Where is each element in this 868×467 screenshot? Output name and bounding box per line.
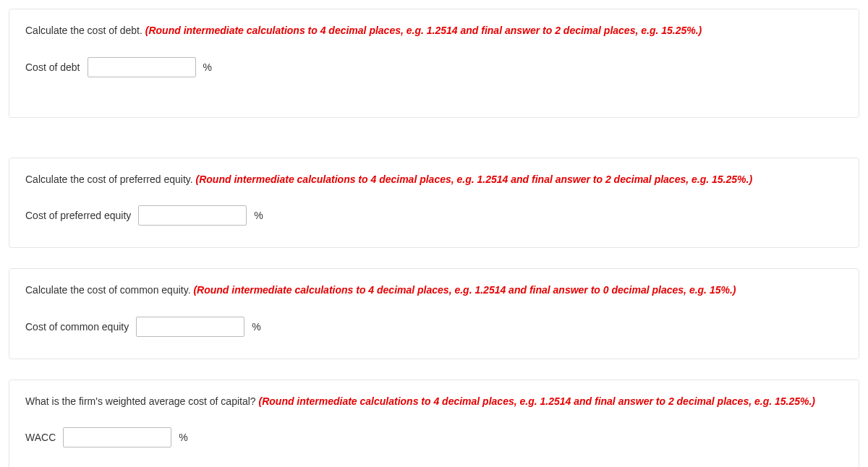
- prompt-hint: (Round intermediate calculations to 4 de…: [259, 395, 816, 407]
- answer-row: Cost of debt %: [25, 57, 843, 77]
- answer-row: Cost of common equity %: [25, 317, 843, 337]
- answer-row: Cost of preferred equity %: [25, 205, 843, 226]
- wacc-input[interactable]: [63, 427, 171, 447]
- question-prompt: Calculate the cost of debt. (Round inter…: [25, 24, 843, 38]
- cost-of-preferred-equity-input[interactable]: [138, 205, 247, 226]
- prompt-hint: (Round intermediate calculations to 4 de…: [196, 173, 753, 185]
- prompt-hint: (Round intermediate calculations to 4 de…: [145, 25, 702, 36]
- question-card-wacc: What is the firm's weighted average cost…: [9, 380, 859, 467]
- unit-label: %: [203, 61, 212, 73]
- cost-of-debt-input[interactable]: [88, 57, 196, 77]
- prompt-text: Calculate the cost of preferred equity.: [25, 173, 196, 185]
- unit-label: %: [254, 210, 263, 221]
- prompt-hint: (Round intermediate calculations to 4 de…: [193, 284, 736, 296]
- prompt-text: Calculate the cost of common equity.: [25, 284, 193, 296]
- question-prompt: Calculate the cost of preferred equity. …: [25, 173, 843, 187]
- question-prompt: Calculate the cost of common equity. (Ro…: [25, 283, 843, 298]
- question-prompt: What is the firm's weighted average cost…: [25, 395, 843, 409]
- unit-label: %: [252, 321, 260, 333]
- unit-label: %: [179, 432, 187, 443]
- prompt-text: Calculate the cost of debt.: [25, 25, 145, 36]
- answer-label: WACC: [25, 432, 56, 443]
- answer-row: WACC %: [25, 427, 843, 447]
- question-card-cost-of-preferred-equity: Calculate the cost of preferred equity. …: [9, 158, 859, 249]
- cost-of-common-equity-input[interactable]: [136, 317, 244, 337]
- prompt-text: What is the firm's weighted average cost…: [25, 395, 259, 407]
- question-card-cost-of-common-equity: Calculate the cost of common equity. (Ro…: [9, 268, 859, 359]
- answer-label: Cost of common equity: [25, 321, 129, 333]
- question-card-cost-of-debt: Calculate the cost of debt. (Round inter…: [9, 9, 859, 118]
- answer-label: Cost of debt: [25, 61, 80, 73]
- answer-label: Cost of preferred equity: [25, 210, 131, 221]
